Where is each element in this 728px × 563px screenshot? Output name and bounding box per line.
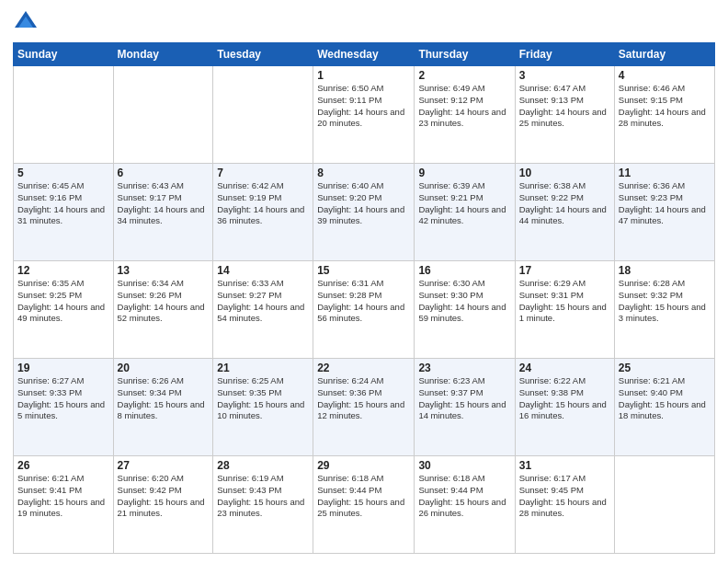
week-row: 5Sunrise: 6:45 AM Sunset: 9:16 PM Daylig… [14, 164, 715, 261]
day-number: 18 [619, 264, 711, 277]
day-of-week-header: Monday [113, 43, 213, 66]
day-number: 3 [519, 69, 610, 82]
day-info: Sunrise: 6:18 AM Sunset: 9:44 PM Dayligh… [418, 473, 510, 520]
logo [13, 9, 42, 35]
week-row: 26Sunrise: 6:21 AM Sunset: 9:41 PM Dayli… [14, 456, 715, 554]
day-of-week-header: Thursday [415, 43, 515, 66]
day-number: 20 [118, 362, 210, 374]
day-info: Sunrise: 6:17 AM Sunset: 9:45 PM Dayligh… [519, 473, 610, 520]
calendar-cell: 8Sunrise: 6:40 AM Sunset: 9:20 PM Daylig… [313, 164, 415, 261]
day-info: Sunrise: 6:39 AM Sunset: 9:21 PM Dayligh… [418, 180, 510, 227]
day-number: 16 [418, 264, 510, 277]
calendar-cell: 1Sunrise: 6:50 AM Sunset: 9:11 PM Daylig… [313, 66, 415, 164]
calendar-cell: 21Sunrise: 6:25 AM Sunset: 9:35 PM Dayli… [213, 359, 313, 456]
week-row: 1Sunrise: 6:50 AM Sunset: 9:11 PM Daylig… [14, 66, 715, 164]
day-info: Sunrise: 6:21 AM Sunset: 9:41 PM Dayligh… [17, 473, 109, 520]
calendar-cell: 22Sunrise: 6:24 AM Sunset: 9:36 PM Dayli… [313, 359, 415, 456]
day-info: Sunrise: 6:36 AM Sunset: 9:23 PM Dayligh… [619, 180, 711, 227]
calendar-cell: 4Sunrise: 6:46 AM Sunset: 9:15 PM Daylig… [614, 66, 714, 164]
day-of-week-header: Friday [515, 43, 614, 66]
week-row: 19Sunrise: 6:27 AM Sunset: 9:33 PM Dayli… [14, 359, 715, 456]
day-number: 12 [17, 264, 109, 277]
day-number: 13 [118, 264, 210, 277]
day-info: Sunrise: 6:47 AM Sunset: 9:13 PM Dayligh… [519, 83, 610, 130]
day-info: Sunrise: 6:43 AM Sunset: 9:17 PM Dayligh… [118, 180, 210, 227]
calendar-cell: 15Sunrise: 6:31 AM Sunset: 9:28 PM Dayli… [313, 261, 415, 359]
calendar-cell: 14Sunrise: 6:33 AM Sunset: 9:27 PM Dayli… [213, 261, 313, 359]
calendar-cell [113, 66, 213, 164]
day-info: Sunrise: 6:33 AM Sunset: 9:27 PM Dayligh… [217, 278, 309, 325]
day-of-week-header: Saturday [614, 43, 714, 66]
calendar-cell: 9Sunrise: 6:39 AM Sunset: 9:21 PM Daylig… [415, 164, 515, 261]
day-info: Sunrise: 6:46 AM Sunset: 9:15 PM Dayligh… [619, 83, 711, 130]
day-number: 9 [418, 167, 510, 179]
calendar-header-row: SundayMondayTuesdayWednesdayThursdayFrid… [14, 43, 715, 66]
day-number: 2 [418, 69, 510, 82]
calendar-table: SundayMondayTuesdayWednesdayThursdayFrid… [13, 42, 715, 554]
calendar-cell: 17Sunrise: 6:29 AM Sunset: 9:31 PM Dayli… [515, 261, 614, 359]
day-number: 11 [619, 167, 711, 179]
logo-icon [13, 9, 39, 35]
page: SundayMondayTuesdayWednesdayThursdayFrid… [0, 0, 728, 563]
calendar-cell: 3Sunrise: 6:47 AM Sunset: 9:13 PM Daylig… [515, 66, 614, 164]
day-number: 5 [17, 167, 109, 179]
calendar-cell: 5Sunrise: 6:45 AM Sunset: 9:16 PM Daylig… [14, 164, 114, 261]
day-info: Sunrise: 6:50 AM Sunset: 9:11 PM Dayligh… [317, 83, 410, 130]
day-number: 24 [519, 362, 610, 374]
day-info: Sunrise: 6:35 AM Sunset: 9:25 PM Dayligh… [17, 278, 109, 325]
calendar-cell: 30Sunrise: 6:18 AM Sunset: 9:44 PM Dayli… [415, 456, 515, 554]
day-info: Sunrise: 6:23 AM Sunset: 9:37 PM Dayligh… [418, 375, 510, 422]
day-number: 30 [418, 459, 510, 472]
day-number: 31 [519, 459, 610, 472]
day-info: Sunrise: 6:27 AM Sunset: 9:33 PM Dayligh… [17, 375, 109, 422]
day-number: 22 [317, 362, 410, 374]
calendar-cell: 10Sunrise: 6:38 AM Sunset: 9:22 PM Dayli… [515, 164, 614, 261]
day-number: 8 [317, 167, 410, 179]
calendar-cell: 26Sunrise: 6:21 AM Sunset: 9:41 PM Dayli… [14, 456, 114, 554]
calendar-cell: 13Sunrise: 6:34 AM Sunset: 9:26 PM Dayli… [113, 261, 213, 359]
day-info: Sunrise: 6:20 AM Sunset: 9:42 PM Dayligh… [118, 473, 210, 520]
week-row: 12Sunrise: 6:35 AM Sunset: 9:25 PM Dayli… [14, 261, 715, 359]
day-info: Sunrise: 6:21 AM Sunset: 9:40 PM Dayligh… [619, 375, 711, 422]
day-number: 15 [317, 264, 410, 277]
day-number: 19 [17, 362, 109, 374]
day-number: 1 [317, 69, 410, 82]
day-info: Sunrise: 6:42 AM Sunset: 9:19 PM Dayligh… [217, 180, 309, 227]
header [13, 9, 715, 35]
day-number: 26 [17, 459, 109, 472]
day-number: 6 [118, 167, 210, 179]
calendar-cell: 19Sunrise: 6:27 AM Sunset: 9:33 PM Dayli… [14, 359, 114, 456]
day-info: Sunrise: 6:29 AM Sunset: 9:31 PM Dayligh… [519, 278, 610, 325]
day-info: Sunrise: 6:18 AM Sunset: 9:44 PM Dayligh… [317, 473, 410, 520]
day-number: 10 [519, 167, 610, 179]
calendar-cell: 6Sunrise: 6:43 AM Sunset: 9:17 PM Daylig… [113, 164, 213, 261]
day-of-week-header: Tuesday [213, 43, 313, 66]
day-info: Sunrise: 6:24 AM Sunset: 9:36 PM Dayligh… [317, 375, 410, 422]
day-info: Sunrise: 6:25 AM Sunset: 9:35 PM Dayligh… [217, 375, 309, 422]
day-number: 7 [217, 167, 309, 179]
day-info: Sunrise: 6:38 AM Sunset: 9:22 PM Dayligh… [519, 180, 610, 227]
calendar-cell: 23Sunrise: 6:23 AM Sunset: 9:37 PM Dayli… [415, 359, 515, 456]
day-info: Sunrise: 6:34 AM Sunset: 9:26 PM Dayligh… [118, 278, 210, 325]
calendar-cell [614, 456, 714, 554]
calendar-cell: 16Sunrise: 6:30 AM Sunset: 9:30 PM Dayli… [415, 261, 515, 359]
day-info: Sunrise: 6:45 AM Sunset: 9:16 PM Dayligh… [17, 180, 109, 227]
day-of-week-header: Wednesday [313, 43, 415, 66]
calendar-cell [213, 66, 313, 164]
day-of-week-header: Sunday [14, 43, 114, 66]
day-info: Sunrise: 6:28 AM Sunset: 9:32 PM Dayligh… [619, 278, 711, 325]
day-number: 21 [217, 362, 309, 374]
day-info: Sunrise: 6:49 AM Sunset: 9:12 PM Dayligh… [418, 83, 510, 130]
calendar-cell: 31Sunrise: 6:17 AM Sunset: 9:45 PM Dayli… [515, 456, 614, 554]
calendar-cell: 27Sunrise: 6:20 AM Sunset: 9:42 PM Dayli… [113, 456, 213, 554]
day-number: 28 [217, 459, 309, 472]
day-number: 17 [519, 264, 610, 277]
day-info: Sunrise: 6:26 AM Sunset: 9:34 PM Dayligh… [118, 375, 210, 422]
calendar-cell: 7Sunrise: 6:42 AM Sunset: 9:19 PM Daylig… [213, 164, 313, 261]
day-number: 27 [118, 459, 210, 472]
calendar-cell: 29Sunrise: 6:18 AM Sunset: 9:44 PM Dayli… [313, 456, 415, 554]
calendar-cell: 12Sunrise: 6:35 AM Sunset: 9:25 PM Dayli… [14, 261, 114, 359]
calendar-cell: 11Sunrise: 6:36 AM Sunset: 9:23 PM Dayli… [614, 164, 714, 261]
day-number: 23 [418, 362, 510, 374]
day-info: Sunrise: 6:30 AM Sunset: 9:30 PM Dayligh… [418, 278, 510, 325]
